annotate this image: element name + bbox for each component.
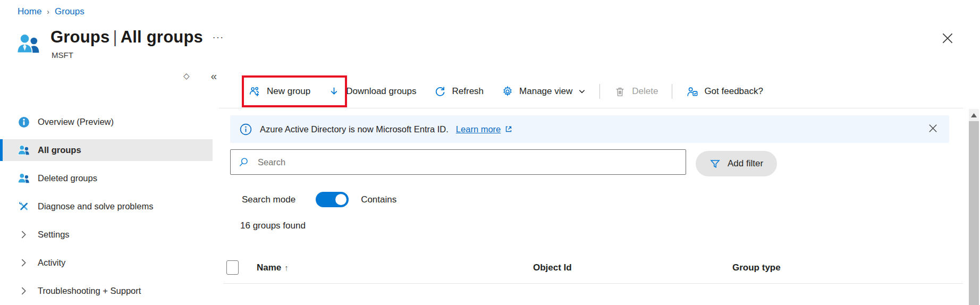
toolbar-divider xyxy=(599,84,600,99)
dock-icon[interactable]: ◇ xyxy=(183,71,190,81)
more-menu-button[interactable]: ... xyxy=(213,29,224,41)
scroll-up-arrow-icon[interactable] xyxy=(969,109,979,121)
delete-label: Delete xyxy=(632,86,658,97)
banner-dismiss-button[interactable] xyxy=(926,122,940,137)
new-group-label: New group xyxy=(267,86,310,97)
page-title-separator: | xyxy=(109,28,120,46)
chevron-right-icon xyxy=(18,285,30,297)
vertical-scrollbar[interactable] xyxy=(969,109,979,305)
refresh-button[interactable]: Refresh xyxy=(434,86,484,98)
sidebar-item-all-groups[interactable]: All groups xyxy=(0,139,213,161)
sidebar-item-label: Diagnose and solve problems xyxy=(38,201,153,211)
close-icon xyxy=(928,124,937,133)
search-mode-row: Search mode Contains xyxy=(242,192,396,207)
page-title-secondary: All groups xyxy=(121,28,203,46)
column-name-label: Name xyxy=(257,262,281,273)
toolbar-divider xyxy=(672,84,672,99)
banner-message: Azure Active Directory is now Microsoft … xyxy=(260,124,449,134)
feedback-icon xyxy=(686,86,698,98)
tenant-name: MSFT xyxy=(52,50,73,60)
column-header-group-type[interactable]: Group type xyxy=(732,262,781,273)
sidebar-item-label: Deleted groups xyxy=(38,173,97,183)
manage-view-button[interactable]: Manage view xyxy=(501,86,586,98)
search-mode-value: Contains xyxy=(361,194,396,205)
command-bar: New group Download groups Refresh Man xyxy=(249,76,763,107)
delete-button[interactable]: Delete xyxy=(614,86,658,98)
close-blade-button[interactable] xyxy=(941,32,954,46)
download-groups-button[interactable]: Download groups xyxy=(328,86,416,98)
sidebar-item-diagnose[interactable]: Diagnose and solve problems xyxy=(0,196,213,217)
sidebar-item-label: All groups xyxy=(38,145,81,155)
add-filter-button[interactable]: Add filter xyxy=(696,151,777,176)
sidebar-item-overview[interactable]: Overview (Preview) xyxy=(0,111,213,133)
toolbar-divider-line xyxy=(219,108,963,108)
results-count: 16 groups found xyxy=(240,221,306,231)
sidebar-item-label: Activity xyxy=(38,258,65,268)
sidebar-item-deleted-groups[interactable]: Deleted groups xyxy=(0,167,213,189)
search-icon xyxy=(238,157,249,168)
breadcrumb-separator-icon: › xyxy=(47,7,49,16)
close-icon xyxy=(942,32,953,44)
chevron-right-icon xyxy=(18,228,30,241)
entra-info-banner: Azure Active Directory is now Microsoft … xyxy=(230,115,949,143)
download-groups-label: Download groups xyxy=(346,86,416,97)
external-link-icon xyxy=(504,125,513,133)
add-filter-label: Add filter xyxy=(728,158,763,169)
people-icon xyxy=(18,144,30,156)
sidebar: Overview (Preview) All groups Deleted gr… xyxy=(0,111,213,305)
got-feedback-label: Got feedback? xyxy=(704,86,763,97)
learn-more-link[interactable]: Learn more xyxy=(456,124,513,134)
column-header-name[interactable]: Name↑ xyxy=(257,262,289,273)
refresh-label: Refresh xyxy=(452,86,484,97)
page-title-primary: Groups xyxy=(50,28,109,46)
sidebar-item-settings[interactable]: Settings xyxy=(0,224,213,245)
people-icon xyxy=(18,172,30,184)
breadcrumb-groups-link[interactable]: Groups xyxy=(55,6,85,17)
search-box xyxy=(230,149,686,175)
groups-page-icon xyxy=(16,31,40,56)
scrollbar-thumb[interactable] xyxy=(969,121,979,305)
select-all-checkbox[interactable] xyxy=(226,260,239,275)
collapse-sidebar-icon[interactable]: « xyxy=(211,71,217,81)
breadcrumb-home-link[interactable]: Home xyxy=(18,6,41,17)
page-title: Groups|All groups xyxy=(50,28,203,47)
filter-funnel-icon xyxy=(709,158,721,170)
sort-ascending-icon: ↑ xyxy=(284,263,289,272)
refresh-icon xyxy=(434,86,446,98)
info-icon xyxy=(18,116,30,128)
new-group-button[interactable]: New group xyxy=(249,86,310,98)
sidebar-item-label: Settings xyxy=(38,230,70,240)
toggle-knob xyxy=(335,194,347,205)
trash-icon xyxy=(614,86,626,98)
search-mode-label: Search mode xyxy=(242,194,295,205)
got-feedback-button[interactable]: Got feedback? xyxy=(686,86,763,98)
table-header-divider xyxy=(223,283,963,284)
breadcrumb: Home › Groups xyxy=(18,6,85,17)
gear-icon xyxy=(501,86,513,98)
sidebar-item-label: Overview (Preview) xyxy=(38,117,114,127)
search-mode-toggle[interactable] xyxy=(316,192,349,207)
info-outline-icon xyxy=(240,123,252,135)
sidebar-item-activity[interactable]: Activity xyxy=(0,252,213,274)
column-header-object-id[interactable]: Object Id xyxy=(533,262,572,273)
learn-more-label: Learn more xyxy=(456,124,501,134)
sidebar-item-label: Troubleshooting + Support xyxy=(38,286,141,296)
groups-page: Home › Groups Groups|All groups MSFT ...… xyxy=(0,0,980,305)
chevron-down-icon xyxy=(578,86,586,98)
chevron-right-icon xyxy=(18,257,30,269)
new-group-icon xyxy=(249,86,261,98)
tools-icon xyxy=(18,200,30,213)
sidebar-item-troubleshooting[interactable]: Troubleshooting + Support xyxy=(0,280,213,302)
download-icon xyxy=(328,86,340,98)
search-input[interactable] xyxy=(258,157,678,167)
sidebar-controls: ◇ « xyxy=(183,71,217,81)
manage-view-label: Manage view xyxy=(519,86,572,97)
